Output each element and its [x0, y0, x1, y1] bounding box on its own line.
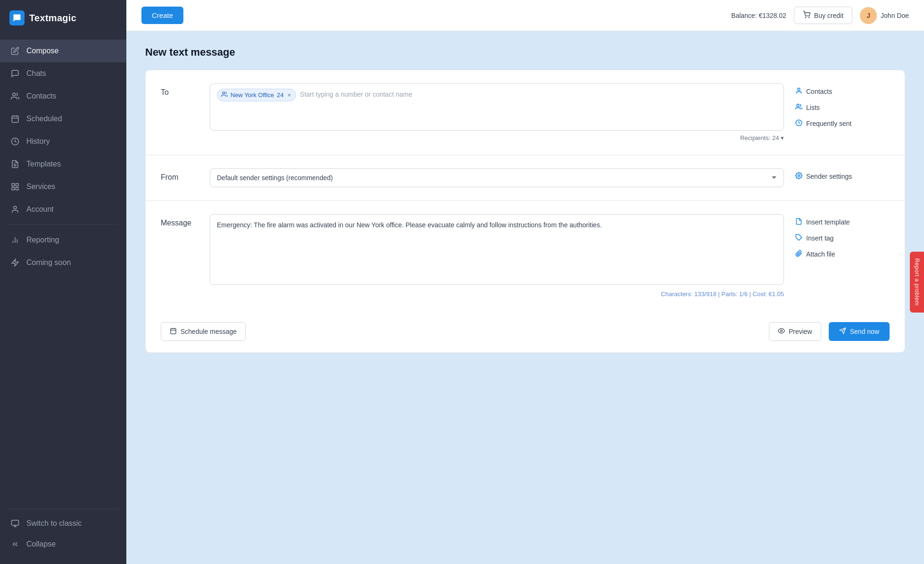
svg-point-24 [797, 104, 799, 107]
message-field: Emergency: The fire alarm was activated … [210, 214, 784, 298]
frequently-sent-label: Frequently sent [806, 120, 852, 127]
svg-rect-11 [12, 188, 14, 190]
svg-rect-10 [16, 188, 18, 190]
svg-rect-28 [171, 329, 176, 334]
collapse-icon [10, 539, 20, 549]
svg-point-22 [223, 92, 225, 94]
bottom-divider [8, 509, 119, 509]
sidebar-item-templates-label: Templates [26, 160, 61, 168]
contacts-icon [10, 91, 20, 101]
insert-tag-icon [795, 234, 802, 242]
message-textarea[interactable]: Emergency: The fire alarm was activated … [210, 214, 784, 285]
switch-classic-icon [10, 519, 20, 528]
logo: Textmagic [0, 0, 126, 36]
sidebar-item-coming-soon-label: Coming soon [26, 258, 71, 267]
page-title: New text message [145, 46, 905, 58]
svg-point-20 [805, 17, 806, 17]
sidebar-item-history-label: History [26, 137, 50, 146]
collapse-item[interactable]: Collapse [0, 534, 126, 555]
sidebar-item-compose[interactable]: Compose [0, 40, 126, 62]
preview-icon [778, 327, 785, 336]
schedule-message-button[interactable]: Schedule message [161, 322, 246, 341]
report-problem-tab[interactable]: Report a problem [910, 252, 924, 313]
contacts-action-label: Contacts [806, 88, 832, 95]
insert-template-action[interactable]: Insert template [795, 216, 890, 228]
sidebar: Textmagic Compose Chats [0, 0, 126, 564]
lists-action[interactable]: Lists [795, 101, 890, 114]
sidebar-item-coming-soon[interactable]: Coming soon [0, 251, 126, 274]
to-input-box[interactable]: New York Office 24 × Start typing a numb… [210, 83, 784, 131]
nav-divider [8, 224, 119, 225]
from-section: From Default sender settings (recommende… [146, 155, 905, 201]
svg-marker-16 [12, 259, 18, 266]
svg-point-32 [781, 330, 783, 332]
compose-card: To New York O [145, 70, 905, 353]
message-stats: Characters: 133/918 | Parts: 1/6 | Cost:… [210, 290, 784, 298]
insert-tag-action[interactable]: Insert tag [795, 232, 890, 244]
from-select[interactable]: Default sender settings (recommended) [210, 168, 784, 187]
insert-template-icon [795, 218, 802, 226]
switch-classic-label: Switch to classic [26, 519, 82, 528]
recipients-count: Recipients: 24 ▾ [210, 134, 784, 141]
to-actions: Contacts Lists [795, 83, 890, 141]
chats-icon [10, 69, 20, 78]
contacts-action[interactable]: Contacts [795, 85, 890, 98]
user-avatar: J [860, 7, 877, 24]
sidebar-item-reporting-label: Reporting [26, 236, 59, 244]
sidebar-bottom: Switch to classic Collapse [0, 498, 126, 564]
insert-tag-label: Insert tag [806, 234, 833, 242]
sender-settings-action[interactable]: Sender settings [795, 170, 890, 182]
account-icon [10, 205, 20, 214]
sidebar-item-scheduled[interactable]: Scheduled [0, 108, 126, 130]
content-area: New text message To [126, 31, 924, 564]
frequently-sent-icon [795, 119, 802, 128]
collapse-label: Collapse [26, 540, 56, 548]
sender-settings-label: Sender settings [806, 173, 852, 180]
balance-display: Balance: €1328.02 [731, 12, 786, 19]
buy-credit-button[interactable]: Buy credit [794, 7, 852, 24]
insert-template-label: Insert template [806, 218, 850, 226]
recipient-count: 24 [277, 91, 283, 99]
switch-classic-item[interactable]: Switch to classic [0, 513, 126, 534]
sidebar-item-services[interactable]: Services [0, 175, 126, 198]
sidebar-item-templates[interactable]: Templates [0, 153, 126, 175]
user-menu[interactable]: J John Doe [860, 7, 909, 24]
attach-file-icon [795, 250, 802, 258]
frequently-sent-action[interactable]: Frequently sent [795, 117, 890, 130]
sidebar-item-chats-label: Chats [26, 69, 46, 78]
from-field: Default sender settings (recommended) [210, 168, 784, 187]
svg-point-23 [798, 88, 800, 91]
cart-icon [803, 11, 810, 20]
lists-action-label: Lists [806, 104, 820, 111]
preview-button[interactable]: Preview [769, 322, 821, 341]
schedule-message-label: Schedule message [181, 328, 237, 335]
sender-settings-icon [795, 172, 802, 181]
attach-file-action[interactable]: Attach file [795, 248, 890, 260]
recipient-remove-button[interactable]: × [288, 91, 291, 99]
sidebar-item-history[interactable]: History [0, 130, 126, 153]
history-icon [10, 137, 20, 146]
buy-credit-label: Buy credit [814, 12, 843, 19]
compose-icon [10, 46, 20, 56]
create-button[interactable]: Create [141, 7, 183, 24]
sidebar-item-reporting[interactable]: Reporting [0, 229, 126, 251]
coming-soon-icon [10, 258, 20, 267]
sidebar-item-contacts[interactable]: Contacts [0, 85, 126, 108]
main-area: Create Balance: €1328.02 Buy credit J Jo… [126, 0, 924, 564]
sidebar-item-chats[interactable]: Chats [0, 62, 126, 85]
schedule-icon [170, 327, 177, 336]
send-now-button[interactable]: Send now [829, 322, 890, 341]
svg-point-0 [13, 93, 16, 96]
sidebar-item-services-label: Services [26, 182, 55, 191]
lists-action-icon [795, 103, 802, 112]
form-footer: Schedule message Preview [146, 311, 905, 352]
logo-icon [9, 10, 25, 25]
svg-rect-1 [12, 116, 18, 123]
preview-label: Preview [789, 328, 812, 335]
message-section: Message Emergency: The fire alarm was ac… [146, 201, 905, 311]
recipient-tag: New York Office 24 × [217, 89, 296, 101]
sidebar-item-contacts-label: Contacts [26, 92, 56, 100]
sidebar-item-account[interactable]: Account [0, 198, 126, 221]
svg-point-12 [14, 206, 16, 209]
message-label: Message [161, 214, 198, 298]
